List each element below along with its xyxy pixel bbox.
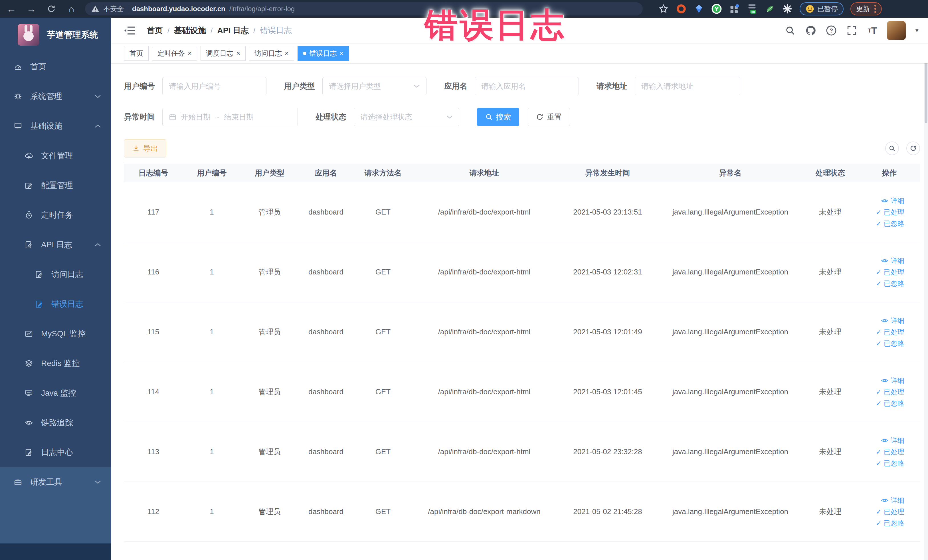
eye-icon [881, 258, 888, 263]
reload-button[interactable] [45, 3, 58, 15]
app-logo-row[interactable]: 芋道管理系统 [0, 18, 111, 52]
mark-done-link[interactable]: ✓已处理 [859, 506, 904, 517]
extension-star-icon[interactable] [782, 3, 793, 14]
tab-access-log[interactable]: 访问日志 × [249, 46, 294, 61]
mark-ignore-link[interactable]: ✓已忽略 [859, 218, 904, 229]
bookmark-star-icon[interactable] [658, 3, 669, 14]
check-icon: ✓ [876, 278, 882, 289]
sidebar-item-home[interactable]: 首页 [0, 52, 111, 82]
fullscreen-icon[interactable] [846, 24, 858, 37]
eye-icon [881, 198, 888, 203]
mark-done-link[interactable]: ✓已处理 [859, 206, 904, 218]
extension-paused-pill[interactable]: 已暂停 [800, 2, 844, 15]
sidebar-item-job[interactable]: 定时任务 [0, 200, 111, 230]
update-label: 更新 [856, 4, 870, 14]
date-range-picker[interactable]: 开始日期 ~ 结束日期 [162, 108, 298, 126]
breadcrumb-home[interactable]: 首页 [147, 25, 163, 36]
sidebar-item-config[interactable]: 配置管理 [0, 171, 111, 200]
sidebar-item-file[interactable]: 文件管理 [0, 141, 111, 171]
export-button[interactable]: 导出 [124, 139, 166, 157]
close-icon[interactable]: × [339, 50, 343, 57]
check-icon: ✓ [876, 386, 882, 398]
col-status: 处理状态 [801, 164, 859, 182]
sidebar-item-mysql[interactable]: MySQL 监控 [0, 319, 111, 349]
user-id-label: 用户编号 [124, 81, 155, 91]
sidebar-item-redis[interactable]: Redis 监控 [0, 349, 111, 378]
reset-button[interactable]: 重置 [528, 108, 570, 126]
kebab-menu-icon[interactable] [875, 5, 876, 13]
detail-link[interactable]: 详细 [859, 255, 904, 267]
extension-green-circle-icon[interactable] [711, 3, 722, 14]
navbar-actions: ? TT ▼ [784, 21, 919, 40]
log-icon [35, 300, 43, 308]
detail-link[interactable]: 详细 [859, 495, 904, 506]
tab-job-log[interactable]: 调度日志 × [200, 46, 246, 61]
detail-link[interactable]: 详细 [859, 315, 904, 327]
gear-icon [14, 92, 22, 101]
github-icon[interactable] [805, 24, 817, 37]
detail-link[interactable]: 详细 [859, 195, 904, 206]
mark-done-link[interactable]: ✓已处理 [859, 386, 904, 398]
close-icon[interactable]: × [188, 50, 192, 57]
url-path: /infra/log/api-error-log [229, 5, 295, 13]
tab-error-log[interactable]: 错误日志 × [298, 46, 349, 61]
extension-ring-icon[interactable] [676, 3, 687, 14]
detail-link[interactable]: 详细 [859, 435, 904, 446]
help-icon[interactable]: ? [825, 24, 837, 37]
scrollbar[interactable] [924, 18, 928, 560]
page-annotation-title: 错误日志 [424, 3, 566, 47]
caret-down-icon[interactable]: ▼ [914, 27, 919, 34]
sidebar-item-infra[interactable]: 基础设施 [0, 111, 111, 141]
mark-done-link[interactable]: ✓已处理 [859, 267, 904, 278]
breadcrumb-api-log[interactable]: API 日志 [217, 25, 249, 36]
mark-ignore-link[interactable]: ✓已忽略 [859, 517, 904, 529]
sidebar-item-log-center[interactable]: 日志中心 [0, 438, 111, 467]
search-button[interactable]: 搜索 [477, 108, 519, 126]
tab-home[interactable]: 首页 [124, 46, 149, 61]
extension-grid-icon[interactable] [729, 3, 740, 14]
sidebar-item-error-log[interactable]: 错误日志 [0, 289, 111, 319]
back-button[interactable]: ← [5, 3, 18, 15]
extension-shield-icon[interactable] [693, 3, 704, 14]
chevron-down-icon [95, 95, 101, 98]
filter-row-2: 异常时间 开始日期 ~ 结束日期 处理状态 请选择处理状态 搜索 重置 [124, 108, 920, 126]
security-label: 不安全 [103, 4, 124, 14]
sidebar-item-java[interactable]: Java 监控 [0, 378, 111, 408]
app-name-input[interactable] [481, 82, 572, 91]
avatar[interactable] [887, 21, 906, 40]
extension-switch-on-icon[interactable]: on [746, 3, 757, 14]
forward-button[interactable]: → [25, 3, 38, 15]
user-type-select[interactable]: 请选择用户类型 [322, 77, 426, 95]
process-status-select[interactable]: 请选择处理状态 [354, 108, 459, 126]
edit-icon [24, 181, 33, 190]
browser-update-button[interactable]: 更新 [850, 2, 882, 15]
sidebar-item-devtool[interactable]: 研发工具 [0, 467, 111, 497]
sidebar-item-tracing[interactable]: 链路追踪 [0, 408, 111, 438]
mark-done-link[interactable]: ✓已处理 [859, 446, 904, 458]
sidebar-item-system[interactable]: 系统管理 [0, 82, 111, 111]
sidebar-item-access-log[interactable]: 访问日志 [0, 259, 111, 289]
home-button[interactable]: ⌂ [65, 3, 78, 15]
mark-ignore-link[interactable]: ✓已忽略 [859, 398, 904, 409]
request-url-input[interactable] [641, 82, 734, 91]
hamburger-icon[interactable] [124, 26, 136, 35]
sidebar-item-api-log[interactable]: API 日志 [0, 230, 111, 259]
extension-leaf-icon[interactable] [764, 3, 775, 14]
svg-text:?: ? [830, 27, 833, 34]
tab-job[interactable]: 定时任务 × [152, 46, 197, 61]
mark-ignore-link[interactable]: ✓已忽略 [859, 278, 904, 289]
mark-ignore-link[interactable]: ✓已忽略 [859, 338, 904, 349]
close-icon[interactable]: × [236, 50, 240, 57]
font-size-icon[interactable]: TT [866, 24, 878, 37]
log-icon [24, 448, 33, 457]
user-id-input[interactable] [169, 82, 260, 91]
mark-ignore-link[interactable]: ✓已忽略 [859, 458, 904, 469]
mark-done-link[interactable]: ✓已处理 [859, 327, 904, 338]
search-icon[interactable] [784, 24, 796, 37]
close-icon[interactable]: × [285, 50, 289, 57]
detail-link[interactable]: 详细 [859, 375, 904, 386]
search-toggle-icon[interactable] [885, 142, 899, 155]
refresh-icon[interactable] [906, 142, 920, 155]
breadcrumb-infra[interactable]: 基础设施 [174, 25, 206, 36]
col-user-type: 用户类型 [241, 164, 298, 182]
